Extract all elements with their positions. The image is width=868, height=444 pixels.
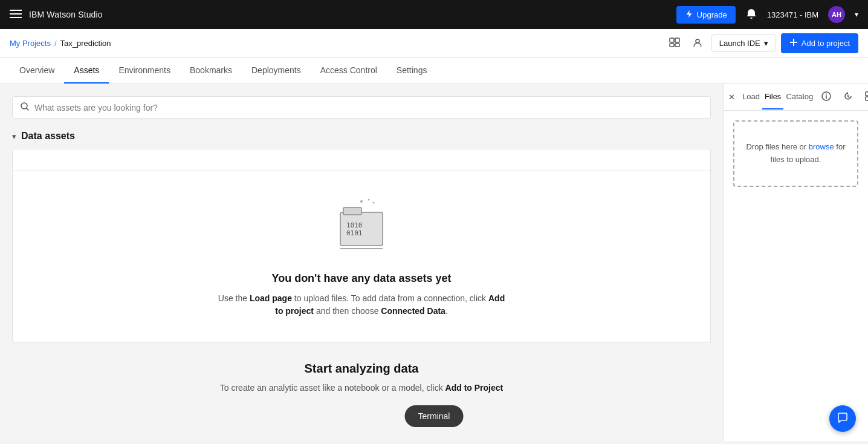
tab-bookmarks[interactable]: Bookmarks [180, 58, 242, 83]
tab-environments[interactable]: Environments [109, 58, 180, 83]
add-to-project-label: Add to project [802, 39, 850, 48]
right-panel: ✕ Load Files Catalog [723, 84, 868, 441]
right-panel-tabs: ✕ Load Files Catalog [724, 84, 868, 111]
rp-tab-catalog[interactable]: Catalog [783, 85, 815, 109]
launch-ide-chevron-icon: ▾ [764, 39, 768, 48]
search-bar [12, 96, 711, 119]
svg-text:0101: 0101 [346, 229, 363, 237]
svg-rect-4 [670, 38, 674, 42]
view-options-button[interactable] [666, 33, 684, 53]
grid-icon [865, 91, 868, 103]
load-page-link[interactable]: Load page [250, 293, 292, 303]
user-id-label: 1323471 - IBM [767, 10, 818, 19]
hamburger-menu-button[interactable] [10, 8, 22, 22]
chat-icon [837, 412, 849, 426]
svg-point-8 [696, 39, 699, 43]
svg-point-20 [826, 94, 827, 95]
chevron-down-icon: ▾ [12, 132, 16, 141]
lightning-icon [685, 10, 693, 20]
data-assets-box: 1010 0101 You don't have any data assets… [12, 149, 711, 342]
breadcrumb-bar: My Projects / Tax_prediction [0, 29, 868, 58]
svg-rect-6 [670, 44, 674, 47]
start-analyzing-title: Start analyzing data [24, 362, 699, 376]
tab-assets[interactable]: Assets [64, 58, 109, 83]
empty-desc-text1: Use the [218, 293, 250, 303]
svg-rect-7 [675, 44, 679, 47]
empty-desc-text4: . [445, 306, 448, 316]
tab-deployments[interactable]: Deployments [242, 58, 311, 83]
empty-state: 1010 0101 You don't have any data assets… [204, 171, 519, 342]
top-bar-left: IBM Watson Studio [10, 8, 103, 22]
breadcrumb: My Projects / Tax_prediction [10, 39, 111, 48]
view-options-icon [669, 37, 680, 50]
close-panel-button[interactable]: ✕ [724, 85, 740, 109]
svg-rect-23 [866, 97, 868, 100]
upgrade-label: Upgrade [697, 10, 727, 19]
start-analyzing-text1: To create an analytic asset like a noteb… [220, 383, 445, 393]
launch-ide-label: Launch IDE [719, 39, 760, 48]
svg-rect-14 [343, 207, 361, 215]
hamburger-icon [10, 8, 22, 22]
empty-data-illustration: 1010 0101 [325, 195, 398, 258]
top-bar: IBM Watson Studio Upgrade 1323471 - IBM … [0, 0, 868, 29]
top-bar-right: Upgrade 1323471 - IBM AH ▾ [676, 6, 858, 24]
content-area: ▾ Data assets [0, 84, 723, 441]
svg-rect-1 [10, 13, 22, 15]
account-menu-chevron[interactable]: ▾ [855, 10, 858, 19]
chat-button[interactable] [829, 405, 856, 432]
empty-state-description: Use the Load page to upload files. To ad… [216, 292, 507, 318]
upgrade-button[interactable]: Upgrade [676, 6, 736, 24]
info-icon [821, 91, 831, 103]
section-toggle-button[interactable]: ▾ [12, 132, 16, 141]
drop-zone-text1: Drop files here or [746, 142, 808, 151]
drop-zone: Drop files here or browse for files to u… [733, 120, 858, 187]
start-analyzing-section: Start analyzing data To create an analyt… [12, 342, 711, 404]
svg-rect-21 [866, 92, 868, 96]
svg-point-10 [360, 200, 363, 203]
rp-icon-history[interactable] [837, 84, 859, 110]
browse-link[interactable]: browse [809, 142, 834, 151]
rp-icon-grid[interactable] [859, 84, 868, 110]
svg-text:1010: 1010 [346, 221, 363, 229]
empty-state-title: You don't have any data assets yet [271, 272, 451, 285]
data-assets-section-header: ▾ Data assets [12, 131, 711, 142]
svg-marker-3 [686, 10, 691, 17]
svg-rect-0 [10, 10, 22, 11]
tab-access-control[interactable]: Access Control [311, 58, 387, 83]
account-info: 1323471 - IBM [767, 10, 818, 19]
empty-desc-text2: to upload files. To add data from a conn… [292, 293, 488, 303]
rp-icon-info[interactable] [815, 84, 837, 110]
svg-rect-2 [10, 17, 22, 18]
tab-settings[interactable]: Settings [387, 58, 437, 83]
breadcrumb-separator: / [54, 39, 57, 48]
rp-tab-files[interactable]: Files [762, 85, 783, 109]
breadcrumb-actions: Launch IDE ▾ Add to project [666, 33, 858, 53]
connected-data-link[interactable]: Connected Data [381, 306, 445, 316]
add-to-project-button[interactable]: Add to project [781, 33, 858, 53]
svg-point-11 [368, 199, 370, 201]
tab-overview[interactable]: Overview [10, 58, 64, 83]
breadcrumb-my-projects[interactable]: My Projects [10, 39, 51, 48]
svg-point-12 [373, 202, 375, 204]
history-icon [843, 91, 853, 103]
brand-label: IBM Watson Studio [29, 10, 103, 19]
terminal-button[interactable]: Terminal [405, 405, 464, 427]
collaborate-icon [692, 37, 703, 50]
tab-bar: Overview Assets Environments Bookmarks D… [0, 58, 868, 84]
launch-ide-button[interactable]: Launch IDE ▾ [711, 34, 776, 52]
data-assets-header-row [13, 149, 710, 171]
svg-rect-5 [675, 38, 679, 42]
start-analyzing-desc: To create an analytic asset like a noteb… [24, 382, 699, 394]
close-icon: ✕ [728, 93, 735, 102]
search-input[interactable] [34, 103, 703, 113]
add-icon [789, 38, 798, 48]
main-layout: ▾ Data assets [0, 84, 868, 441]
breadcrumb-current-project: Tax_prediction [60, 39, 111, 48]
notifications-button[interactable] [745, 8, 757, 22]
start-analyzing-add-link[interactable]: Add to Project [445, 383, 504, 393]
section-title: Data assets [21, 131, 75, 142]
collaborate-button[interactable] [688, 33, 707, 53]
rp-tab-load[interactable]: Load [740, 85, 762, 109]
bell-icon [745, 8, 757, 22]
search-icon [20, 102, 30, 113]
